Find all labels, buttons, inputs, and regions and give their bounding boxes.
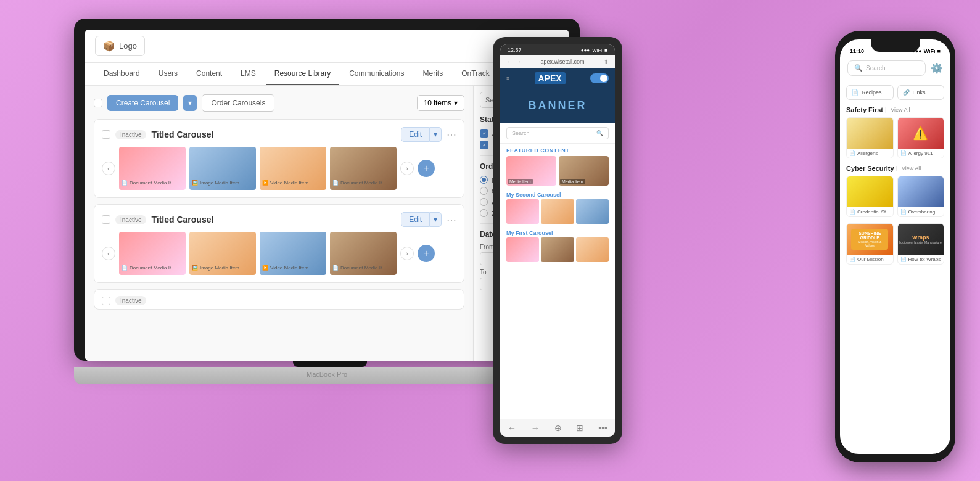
carousel-2-more-icon[interactable]: ⋯ (447, 214, 456, 226)
tablet-c2-item1[interactable] (506, 237, 539, 262)
phone-recipes-link[interactable]: 📄 Recipes (846, 85, 894, 100)
carousel-card-2: Inactive Titled Carousel Edit ▾ ⋯ ‹ (94, 204, 464, 283)
order-za-radio[interactable] (480, 209, 488, 217)
tablet-url: apex.wisetail.com (525, 59, 600, 65)
carousel-1-item-1: 📄Document Media It... (119, 147, 186, 190)
tablet-toggle[interactable] (590, 73, 609, 83)
cyber-security-view-all[interactable]: View All (902, 165, 921, 171)
tablet-signal: ●●● (581, 47, 590, 53)
credential-item[interactable]: 📄 Credential St... (846, 176, 894, 217)
tablet-c2-item3[interactable] (576, 237, 609, 262)
tablet-nav-forward[interactable]: → (531, 423, 540, 433)
safety-first-view-all[interactable]: View All (891, 107, 910, 113)
carousel-3-status: Inactive (115, 296, 146, 305)
allergens-icon: 📄 (849, 150, 855, 156)
our-mission-label: 📄 Our Mission (847, 255, 893, 264)
nav-lms[interactable]: LMS (232, 63, 265, 85)
order-carousels-button[interactable]: Order Carousels (202, 94, 274, 112)
nav-dashboard[interactable]: Dashboard (95, 63, 149, 85)
wraps-item[interactable]: Wraps Equipment Master Manufacturer 📄 Ho… (897, 223, 945, 265)
carousel-1-more-icon[interactable]: ⋯ (447, 129, 456, 141)
carousel-1-add[interactable]: + (418, 160, 435, 177)
cyber-security-grid: 📄 Credential St... 📄 Oversharing (846, 176, 944, 217)
carousel-1-next[interactable]: › (400, 162, 414, 175)
tablet-search-icon: 🔍 (596, 130, 603, 136)
tablet-c1-item1[interactable] (506, 199, 539, 224)
active-checkbox[interactable]: ✓ (480, 129, 488, 138)
tablet-status-bar: 12:57 ●●● WiFi ■ (500, 44, 615, 56)
tablet-c1-item2[interactable] (541, 199, 574, 224)
carousel-1-item-2: 🖼️Image Media Item (189, 147, 256, 190)
carousel-1-prev[interactable]: ‹ (102, 162, 115, 175)
tablet-app-header: ≡ APEX (500, 68, 615, 88)
order-oldest-radio[interactable] (480, 187, 488, 195)
inactive-checkbox[interactable]: ✓ (480, 141, 488, 149)
allergens-image (847, 118, 893, 149)
tablet-carousel2-title: My First Carousel (500, 228, 615, 237)
tablet-nav-plus[interactable]: ⊕ (554, 423, 562, 433)
carousel-1-actions: Edit ▾ ⋯ (401, 127, 456, 142)
tablet-search-box[interactable]: Search 🔍 (506, 127, 609, 139)
tablet-featured-item-2[interactable]: Media Item (559, 156, 609, 186)
tablet-carousel1-items (500, 199, 615, 228)
order-newest-radio[interactable] (480, 176, 488, 184)
tablet-share-icon[interactable]: ⬆ (604, 59, 609, 65)
carousel-2-header: Inactive Titled Carousel Edit ▾ ⋯ (102, 212, 456, 227)
nav-communications[interactable]: Communications (340, 63, 413, 85)
carousel-1-edit-button[interactable]: Edit (401, 127, 430, 142)
phone-search-bar: 🔍 Search ⚙️ (840, 57, 950, 80)
nav-content[interactable]: Content (187, 63, 231, 85)
tablet-nav-grid[interactable]: ⊞ (576, 423, 583, 433)
carousel-2-edit-button[interactable]: Edit (401, 212, 430, 227)
carousel-2-prev[interactable]: ‹ (102, 247, 115, 260)
create-carousel-dropdown[interactable]: ▾ (183, 95, 197, 111)
tablet-menu-icon[interactable]: ≡ (506, 75, 509, 81)
nav-resource-library[interactable]: Resource Library (266, 63, 339, 85)
phone-search-icon: 🔍 (854, 64, 863, 72)
nav-users[interactable]: Users (150, 63, 186, 85)
carousel-1-checkbox[interactable] (102, 130, 110, 139)
allergy911-label: 📄 Allergy 911 (898, 149, 944, 158)
carousel-1-title: Titled Carousel (151, 130, 213, 139)
tablet-search: Search 🔍 (500, 123, 615, 144)
logo[interactable]: 📦 Logo (95, 36, 145, 56)
our-mission-item[interactable]: SUNSHINE GRIDDLE Mission, Vision & Value… (846, 223, 894, 265)
tablet-back-icon[interactable]: ← (506, 59, 512, 65)
carousel-1-edit-dropdown[interactable]: ▾ (430, 127, 442, 142)
carousel-2-next[interactable]: › (400, 247, 414, 260)
tablet-forward-icon[interactable]: → (516, 59, 521, 65)
items-selector[interactable]: 10 items ▾ (417, 95, 464, 111)
phone-gear-icon[interactable]: ⚙️ (931, 62, 943, 74)
order-az-radio[interactable] (480, 198, 488, 206)
our-mission-icon: 📄 (849, 257, 855, 262)
oversharing-image (898, 176, 944, 207)
oversharing-item[interactable]: 📄 Oversharing (897, 176, 945, 217)
safety-first-grid: 📄 Allergens ⚠️ 📄 Allergy 911 (846, 117, 944, 158)
carousel-2-edit-dropdown[interactable]: ▾ (430, 212, 442, 227)
tablet-nav-more[interactable]: ••• (598, 423, 607, 433)
select-all-checkbox[interactable] (94, 99, 102, 107)
tablet-featured: Media Item Media Item (500, 156, 615, 189)
tablet-c1-item3[interactable] (576, 199, 609, 224)
tablet-featured-item-1[interactable]: Media Item (506, 156, 556, 186)
tablet-time: 12:57 (508, 47, 522, 53)
tablet-c2-item2[interactable] (541, 237, 574, 262)
nav-ontrack[interactable]: OnTrack (453, 63, 498, 85)
toolbar: Create Carousel ▾ Order Carousels 10 ite… (94, 94, 464, 112)
carousel-2-add[interactable]: + (418, 245, 435, 262)
tablet-nav-back[interactable]: ← (508, 423, 516, 433)
banner-text: BANNER (528, 99, 587, 112)
logo-icon: 📦 (103, 40, 115, 52)
carousel-2-item-2: 🖼️Image Media Item (189, 232, 256, 275)
carousel-3-checkbox[interactable] (102, 297, 110, 305)
items-count: 10 items (424, 99, 451, 107)
phone-links-link[interactable]: 🔗 Links (897, 85, 945, 100)
create-carousel-button[interactable]: Create Carousel (107, 95, 178, 111)
nav-merits[interactable]: Merits (414, 63, 452, 85)
allergens-item[interactable]: 📄 Allergens (846, 117, 894, 158)
main-area: Create Carousel ▾ Order Carousels 10 ite… (85, 86, 473, 361)
phone-search-input[interactable]: 🔍 Search (847, 60, 926, 76)
tablet-carousel1-title: My Second Carousel (500, 189, 615, 199)
allergy911-item[interactable]: ⚠️ 📄 Allergy 911 (897, 117, 945, 158)
carousel-2-checkbox[interactable] (102, 215, 110, 224)
